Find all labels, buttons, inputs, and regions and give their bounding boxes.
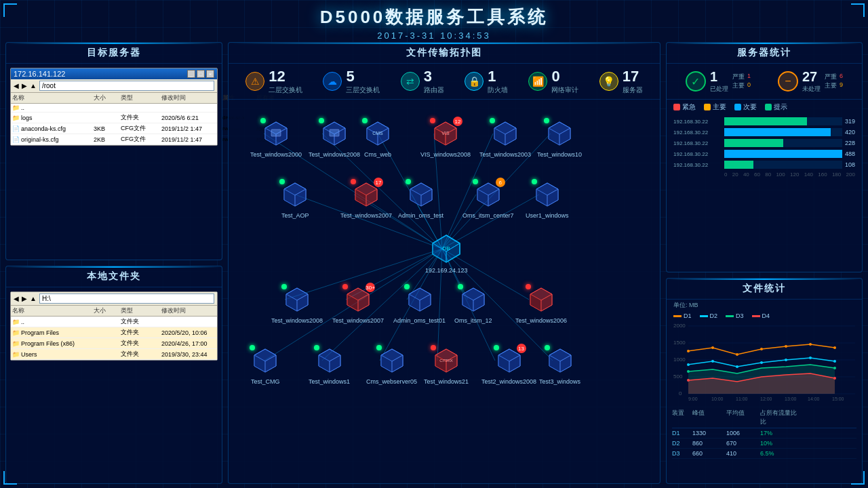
node-oms-itsm-12[interactable]: Oms_itsm_12 xyxy=(454,286,492,324)
main-label: 主要 xyxy=(713,102,726,112)
node-test-windows2000[interactable]: Test_windows2000 xyxy=(250,120,302,158)
minimize-button[interactable]: _ xyxy=(187,70,195,78)
table-row[interactable]: 📄original-ks.cfg 2KBCFG文件2019/11/2 1:47r… xyxy=(11,134,217,145)
node-test-windows2007-b[interactable]: 30+ Test_windows2007 xyxy=(332,286,384,324)
svg-point-146 xyxy=(736,365,738,368)
node-label: Test_AOP xyxy=(281,212,309,219)
bar-axis: 020406080100120140160180200 xyxy=(724,171,855,178)
center-node[interactable]: DB 192.169.24.123 xyxy=(425,232,468,274)
node-cms-web[interactable]: CMS Cms_web xyxy=(364,120,391,158)
node-test-windows2008-1[interactable]: Test_windows2008 xyxy=(309,120,360,158)
svg-text:11:00: 11:00 xyxy=(736,396,748,401)
bar-value: 228 xyxy=(845,140,855,146)
local-fm-toolbar: ◀ ▶ ▲ xyxy=(11,292,217,306)
node-user1-windows[interactable]: User1_windows xyxy=(526,181,569,219)
bar-fill xyxy=(724,128,831,136)
col-name-header: 名称 xyxy=(12,94,94,102)
node-test2-windows2008[interactable]: 13 Test2_windows2008 xyxy=(481,347,536,385)
node-label: Test_windows2007 xyxy=(340,212,392,219)
back-icon[interactable]: ◀ xyxy=(14,82,19,89)
unprocessed-count: 27 xyxy=(802,69,821,85)
status-dot xyxy=(342,284,348,289)
node-test-windows1[interactable]: Test_windows1 xyxy=(309,347,350,385)
close-button[interactable]: × xyxy=(206,70,214,78)
bar-label: 192.168.30.22 xyxy=(673,129,724,136)
server-count: 17 xyxy=(623,68,643,85)
forward-icon[interactable]: ▶ xyxy=(22,295,27,302)
table-row[interactable]: 📁Program Files (x86) 文件夹2020/4/26, 17:00 xyxy=(11,338,217,349)
status-dot xyxy=(431,345,436,350)
unprocessed-item: − 27 未处理 严重6 主要9 xyxy=(778,69,843,94)
table-row[interactable]: 📁Users 文件夹2019/3/30, 23:44 xyxy=(11,349,217,360)
node-cms-webserver05[interactable]: Cms_webserver05 xyxy=(366,347,417,385)
file-stats-panel: 文件统计 单位: MB D1 D2 D3 D4 xyxy=(666,278,863,484)
server-cube-icon xyxy=(252,347,279,374)
node-test-windows2008-b[interactable]: Test_windows2008 xyxy=(271,286,323,324)
ratio-value: 6.5% xyxy=(760,450,801,457)
status-dot xyxy=(494,345,499,350)
stat-network-audit: 📶 0 网络审计 xyxy=(528,68,578,95)
table-row[interactable]: 📁.. xyxy=(11,104,217,113)
node-test-aop[interactable]: Test_AOP xyxy=(281,181,309,219)
svg-text:14:00: 14:00 xyxy=(808,396,820,401)
node-test-windows2007-1[interactable]: 17 Test_windows2007 xyxy=(340,181,392,219)
up-icon[interactable]: ▲ xyxy=(30,82,37,89)
node-label: Test_windows2006 xyxy=(515,317,567,324)
status-dot xyxy=(260,118,266,123)
avg-value: 670 xyxy=(726,440,760,447)
server-cube-icon xyxy=(547,347,574,374)
bar-fill xyxy=(724,117,807,125)
audit-count: 0 xyxy=(551,68,578,85)
node-test-windows2003[interactable]: Test_windows2003 xyxy=(479,120,531,158)
node-test-windows2006[interactable]: Test_windows2006 xyxy=(515,286,567,324)
legend-main: 主要 xyxy=(704,102,726,112)
fm-content: 📁.. 📁logs 文件夹2020/5/6 6:21drwx-sr-xroot … xyxy=(11,104,217,145)
svg-point-147 xyxy=(760,361,763,364)
server-cube-icon xyxy=(316,347,343,374)
node-vis-windows2008[interactable]: 12 VIS VIS_windows2008 xyxy=(420,120,471,158)
node-admin-oms-test[interactable]: Admin_oms_test xyxy=(398,181,443,219)
node-test-windows21[interactable]: CITRIX Test_windows21 xyxy=(424,347,469,385)
node-oms-itsm-center7[interactable]: 6 Oms_itsm_center7 xyxy=(462,181,514,219)
chart-unit: 单位: MB xyxy=(667,300,862,311)
alert-badge: 30+ xyxy=(366,283,375,292)
bar-label: 192.168.30.22 xyxy=(673,119,724,125)
server-cube-icon xyxy=(406,286,433,313)
table-row[interactable]: 📁logs 文件夹2020/5/6 6:21drwx-sr-xroot xyxy=(11,113,217,123)
table-header: 装置 峰值 平均值 占所有流量比比 xyxy=(672,407,856,428)
router-label: 路由器 xyxy=(424,85,444,95)
ratio-value: 17% xyxy=(760,430,801,436)
node-label: Oms_itsm_12 xyxy=(454,317,492,324)
up-icon[interactable]: ▲ xyxy=(30,295,37,302)
d2-color xyxy=(700,315,708,317)
node-test-windows10[interactable]: Test_windows10 xyxy=(537,120,582,158)
maximize-button[interactable]: □ xyxy=(197,70,205,78)
node-admin-oms-test01[interactable]: Admin_oms_test01 xyxy=(393,286,446,324)
svg-text:CITRIX: CITRIX xyxy=(439,359,453,363)
forward-icon[interactable]: ▶ xyxy=(22,82,27,89)
node-label: Test_windows1 xyxy=(309,378,350,385)
node-label: Oms_itsm_center7 xyxy=(462,212,514,219)
alert-badge: 6 xyxy=(496,178,505,187)
node-test-cmg[interactable]: Test_CMG xyxy=(251,347,280,385)
svg-point-148 xyxy=(785,359,787,361)
node-test3-windows[interactable]: Test3_windows xyxy=(539,347,580,385)
file-stats-title: 文件统计 xyxy=(667,279,862,300)
local-path-input[interactable] xyxy=(39,293,214,304)
layer3-icon: ☁ xyxy=(323,72,342,91)
svg-point-142 xyxy=(809,343,812,346)
path-input[interactable] xyxy=(39,81,214,91)
svg-rect-31 xyxy=(271,129,281,136)
table-row[interactable]: 📄anaconda-ks.cfg 3KBCFG文件2019/11/2 1:47r… xyxy=(11,123,217,134)
svg-text:VIS: VIS xyxy=(441,131,450,136)
corner-decoration-bl xyxy=(3,471,17,485)
alert-summary: ✓ 1 已处理 严重1 主要0 − 27 未处理 xyxy=(667,64,862,100)
table-row[interactable]: 📁.. 文件夹 xyxy=(11,317,217,327)
back-icon[interactable]: ◀ xyxy=(14,295,19,302)
server-cube-icon xyxy=(408,181,435,208)
table-row[interactable]: 📁Program Files 文件夹2020/5/20, 10:06 xyxy=(11,327,217,338)
node-label: Test_windows2007 xyxy=(332,317,384,324)
fm-titlebar: 172.16.141.122 _ □ × xyxy=(11,68,217,79)
topology-stats-bar: ⚠ 12 二层交换机 ☁ 5 三层交换机 ⇄ 3 路由器 xyxy=(229,64,660,100)
stat-layer2-switch: ⚠ 12 二层交换机 xyxy=(245,68,302,95)
